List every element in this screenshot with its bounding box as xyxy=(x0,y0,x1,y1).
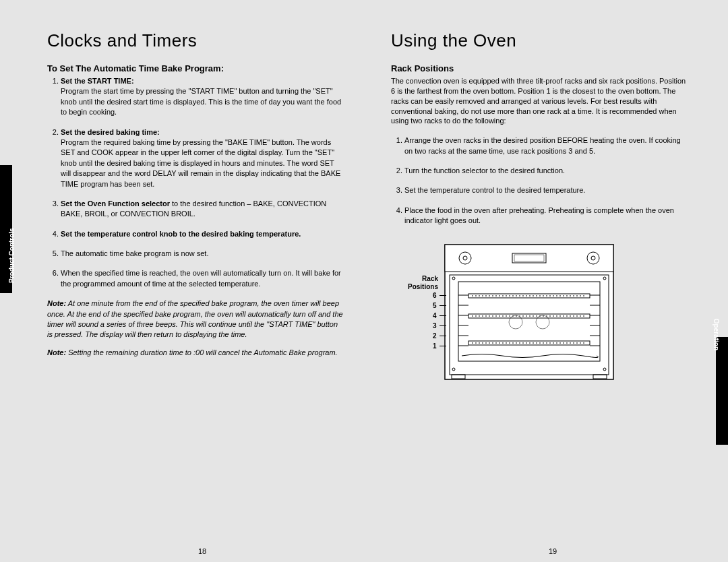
rack-num-2: 2 xyxy=(433,332,437,342)
side-tab-left: Product Controls xyxy=(0,165,12,293)
rstep-2: Turn the function selector to the desire… xyxy=(404,166,688,176)
page-spread: Clocks and Timers To Set The Automatic T… xyxy=(0,0,728,385)
subheading-right: Rack Positions xyxy=(391,63,688,73)
side-tab-left-label: Product Controls xyxy=(8,228,16,283)
intro-text: The convection oven is equipped with thr… xyxy=(391,76,688,126)
page-number-left: 18 xyxy=(47,547,357,555)
note-1: Note: At one minute from the end of the … xyxy=(47,299,344,340)
oven-diagram: Rack Positions 6 5 4 3 2 1 xyxy=(442,241,688,385)
rstep-3: Set the temperature control to the desir… xyxy=(404,185,688,195)
rack-num-5: 5 xyxy=(433,301,437,311)
right-steps: Arrange the oven racks in the desired po… xyxy=(391,135,688,226)
page-number-right: 19 xyxy=(398,547,708,555)
step-6: When the specified time is reached, the … xyxy=(61,268,344,289)
side-tab-right-label: Operation xyxy=(712,319,720,350)
rack-num-1: 1 xyxy=(433,342,437,352)
note-2: Note: Setting the remaining duration tim… xyxy=(47,348,344,358)
svg-rect-1 xyxy=(445,245,613,272)
oven-svg xyxy=(442,241,617,383)
step-3: Set the Oven Function selector to the de… xyxy=(61,199,344,220)
right-page: Using the Oven Rack Positions The convec… xyxy=(391,30,688,385)
rstep-1: Arrange the oven racks in the desired po… xyxy=(404,135,688,156)
heading-right: Using the Oven xyxy=(391,30,688,51)
left-page: Clocks and Timers To Set The Automatic T… xyxy=(47,30,344,385)
oven-rack-numbers: 6 5 4 3 2 1 xyxy=(433,291,437,352)
rack-num-4: 4 xyxy=(433,311,437,321)
rstep-4: Place the food in the oven after preheat… xyxy=(404,206,688,226)
oven-diagram-label: Rack Positions xyxy=(404,275,438,291)
step-5: The automatic time bake program is now s… xyxy=(61,249,344,259)
rack-num-3: 3 xyxy=(433,321,437,332)
side-tab-right: Operation xyxy=(716,337,728,445)
step-2: Set the desired baking time:Program the … xyxy=(61,127,344,189)
rack-num-6: 6 xyxy=(433,291,437,301)
subheading-left: To Set The Automatic Time Bake Program: xyxy=(47,63,344,73)
step-1: Set the START TIME:Program the start tim… xyxy=(61,76,344,118)
step-4: Set the temperature control knob to the … xyxy=(61,229,344,239)
left-steps: Set the START TIME:Program the start tim… xyxy=(47,76,344,289)
heading-left: Clocks and Timers xyxy=(47,30,344,51)
